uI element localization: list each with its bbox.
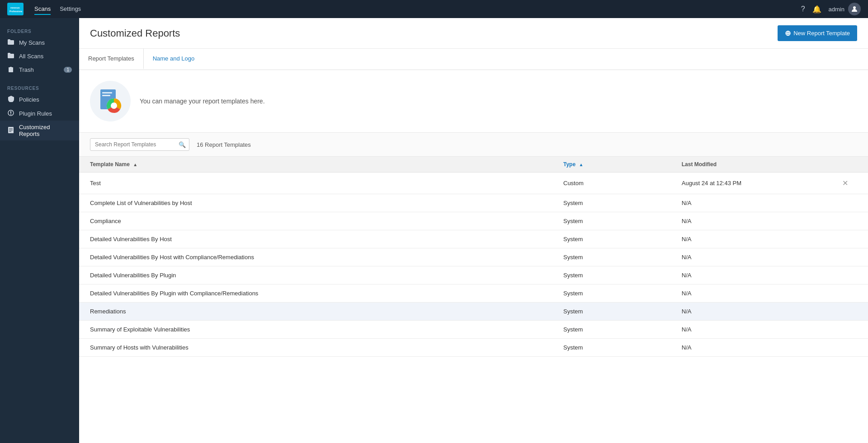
template-type-cell: System — [552, 284, 671, 303]
template-modified-cell: N/A — [671, 266, 829, 284]
template-actions-cell — [829, 321, 868, 339]
all-scans-label: All Scans — [19, 53, 43, 60]
trash-label: Trash — [19, 66, 34, 73]
search-icon: 🔍 — [179, 141, 186, 148]
topnav-right: ? 🔔 admin — [801, 3, 861, 15]
svg-rect-5 — [10, 111, 11, 113]
help-icon[interactable]: ? — [801, 5, 805, 13]
resources-label: RESOURCES — [0, 82, 79, 93]
sidebar-item-customized-reports[interactable]: Customized Reports — [0, 121, 79, 140]
template-actions-cell — [829, 230, 868, 248]
template-modified-cell: N/A — [671, 303, 829, 321]
table-body: TestCustomAugust 24 at 12:43 PM✕Complete… — [79, 173, 868, 357]
tab-report-templates[interactable]: Report Templates — [79, 49, 144, 70]
table-row[interactable]: Summary of Exploitable VulnerabilitiesSy… — [79, 321, 868, 339]
svg-text:Professional: Professional — [9, 10, 22, 13]
th-actions — [829, 157, 868, 173]
username-label: admin — [829, 6, 844, 13]
customized-reports-label: Customized Reports — [19, 124, 72, 137]
results-count: 16 Report Templates — [197, 141, 251, 148]
template-type-cell: System — [552, 212, 671, 230]
template-name-cell: Detailed Vulnerabilities By Host with Co… — [79, 248, 552, 266]
svg-rect-6 — [10, 114, 11, 115]
user-menu[interactable]: admin — [829, 3, 861, 15]
template-actions-cell — [829, 303, 868, 321]
template-type-cell: System — [552, 230, 671, 248]
th-type[interactable]: Type ▲ — [552, 157, 671, 173]
table-row[interactable]: ComplianceSystemN/A — [79, 212, 868, 230]
plugin-rules-label: Plugin Rules — [19, 110, 52, 117]
template-name-cell: Remediations — [79, 303, 552, 321]
table-row[interactable]: Complete List of Vulnerabilities by Host… — [79, 194, 868, 212]
trash-icon — [7, 66, 14, 74]
shield-icon — [7, 96, 14, 103]
template-type-cell: System — [552, 339, 671, 357]
svg-rect-13 — [102, 95, 110, 96]
svg-point-3 — [853, 6, 856, 9]
table-row[interactable]: Detailed Vulnerabilities By PluginSystem… — [79, 266, 868, 284]
table-header-row: Template Name ▲ Type ▲ Last Modified — [79, 157, 868, 173]
folder-icon-all — [7, 52, 14, 60]
nav-links: Scans Settings — [34, 4, 790, 15]
th-last-modified[interactable]: Last Modified — [671, 157, 829, 173]
sidebar-item-my-scans[interactable]: My Scans — [0, 36, 79, 49]
table-row[interactable]: Detailed Vulnerabilities By Plugin with … — [79, 284, 868, 303]
search-bar: 🔍 16 Report Templates — [79, 133, 868, 157]
policies-label: Policies — [19, 96, 39, 103]
folders-label: FOLDERS — [0, 25, 79, 36]
app-logo[interactable]: nessus Professional — [7, 3, 24, 15]
tabs-bar: Report Templates Name and Logo — [79, 49, 868, 70]
template-actions-cell: ✕ — [829, 173, 868, 194]
bell-icon[interactable]: 🔔 — [812, 5, 821, 14]
main-layout: FOLDERS My Scans All Scans — [0, 18, 868, 443]
table-row[interactable]: RemediationsSystemN/A — [79, 303, 868, 321]
svg-text:nessus: nessus — [10, 6, 20, 9]
template-modified-cell: N/A — [671, 284, 829, 303]
main-content: Customized Reports ⊕ New Report Template… — [79, 18, 868, 443]
th-template-name[interactable]: Template Name ▲ — [79, 157, 552, 173]
template-type-cell: System — [552, 321, 671, 339]
template-modified-cell: N/A — [671, 194, 829, 212]
templates-table: Template Name ▲ Type ▲ Last Modified Tes… — [79, 157, 868, 357]
nav-settings[interactable]: Settings — [60, 4, 81, 15]
search-input-wrap: 🔍 — [90, 138, 189, 151]
table-row[interactable]: TestCustomAugust 24 at 12:43 PM✕ — [79, 173, 868, 194]
template-type-cell: System — [552, 248, 671, 266]
table-row[interactable]: Summary of Hosts with VulnerabilitiesSys… — [79, 339, 868, 357]
new-template-label: New Report Template — [793, 30, 850, 37]
nav-scans[interactable]: Scans — [34, 4, 51, 15]
template-actions-cell — [829, 284, 868, 303]
template-name-cell: Test — [79, 173, 552, 194]
type-sort-arrow: ▲ — [579, 162, 583, 167]
reports-icon — [7, 127, 14, 135]
template-modified-cell: N/A — [671, 230, 829, 248]
template-modified-cell: N/A — [671, 212, 829, 230]
sidebar-item-trash[interactable]: Trash 1 — [0, 63, 79, 77]
trash-badge: 1 — [64, 67, 72, 73]
template-type-cell: System — [552, 303, 671, 321]
template-name-cell: Summary of Exploitable Vulnerabilities — [79, 321, 552, 339]
sidebar-item-plugin-rules[interactable]: Plugin Rules — [0, 107, 79, 121]
svg-rect-12 — [102, 92, 112, 93]
template-modified-cell: N/A — [671, 339, 829, 357]
template-name-cell: Detailed Vulnerabilities By Plugin — [79, 266, 552, 284]
sidebar-item-all-scans[interactable]: All Scans — [0, 49, 79, 63]
page-title: Customized Reports — [90, 28, 180, 39]
table-row[interactable]: Detailed Vulnerabilities By Host with Co… — [79, 248, 868, 266]
table-row[interactable]: Detailed Vulnerabilities By HostSystemN/… — [79, 230, 868, 248]
new-report-template-button[interactable]: ⊕ New Report Template — [778, 25, 857, 41]
plus-icon: ⊕ — [785, 29, 791, 37]
template-actions-cell — [829, 212, 868, 230]
delete-template-button[interactable]: ✕ — [840, 178, 851, 188]
info-banner: You can manage your report templates her… — [79, 70, 868, 133]
template-name-cell: Complete List of Vulnerabilities by Host — [79, 194, 552, 212]
search-input[interactable] — [90, 138, 189, 151]
tab-name-and-logo[interactable]: Name and Logo — [144, 49, 204, 70]
top-navigation: nessus Professional Scans Settings ? 🔔 a… — [0, 0, 868, 18]
name-sort-arrow: ▲ — [133, 162, 137, 167]
sidebar-item-policies[interactable]: Policies — [0, 93, 79, 107]
template-actions-cell — [829, 248, 868, 266]
template-name-cell: Compliance — [79, 212, 552, 230]
template-name-cell: Detailed Vulnerabilities By Host — [79, 230, 552, 248]
my-scans-label: My Scans — [19, 39, 45, 46]
